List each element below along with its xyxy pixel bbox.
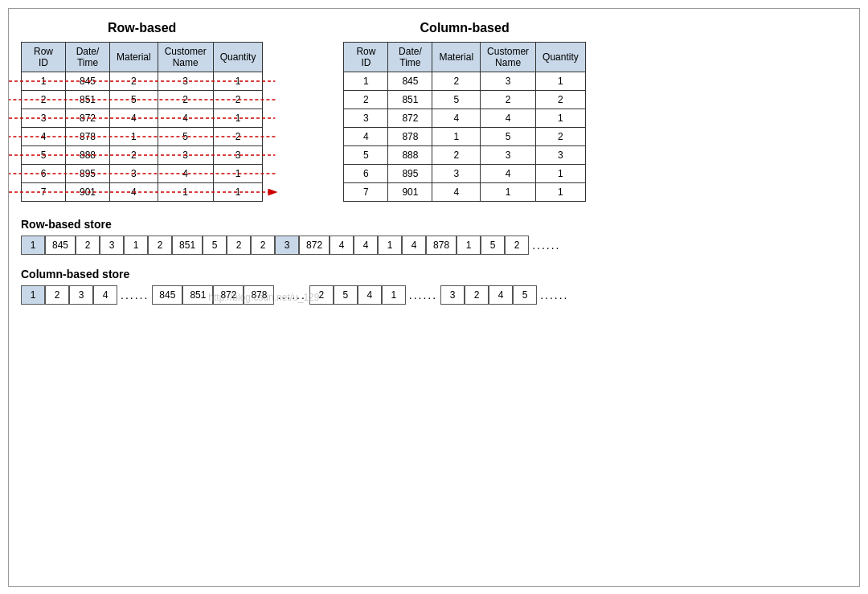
- cb-cell-2-4: 1: [536, 109, 586, 128]
- col-store-cell-3-0: 3: [440, 285, 465, 305]
- rb-cell-1-4: 2: [213, 91, 263, 109]
- rb-cell-0-3: 3: [158, 72, 213, 91]
- cb-cell-3-2: 1: [432, 128, 481, 146]
- rb-header-0: RowID: [22, 43, 66, 72]
- rb-header-2: Material: [110, 43, 158, 72]
- rb-header-1: Date/Time: [66, 43, 110, 72]
- cb-cell-2-3: 4: [481, 109, 536, 128]
- col-store-cell-1-1: 851: [182, 285, 213, 305]
- rb-cell-5-3: 4: [158, 165, 213, 183]
- rb-cell-6-3: 1: [158, 183, 213, 202]
- rb-cell-5-2: 3: [110, 165, 158, 183]
- row-store-cell-16: 878: [426, 236, 457, 255]
- row-store-section: Row-based store 184523128515223872441487…: [21, 218, 847, 255]
- col-based-table: RowID Date/Time Material CustomerName Qu…: [343, 42, 585, 202]
- rb-cell-1-0: 2: [22, 91, 66, 109]
- col-based-table-wrapper: RowID Date/Time Material CustomerName Qu…: [343, 42, 585, 202]
- rb-cell-5-0: 6: [22, 165, 66, 183]
- rb-cell-0-2: 2: [110, 72, 158, 91]
- rb-cell-6-0: 7: [22, 183, 66, 202]
- col-store-cell-2-1: 5: [334, 285, 358, 305]
- rb-cell-2-3: 4: [158, 109, 213, 128]
- top-section: Row-based RowID Date/Time Material Custo…: [21, 21, 847, 202]
- col-store-cell-0-3: 4: [93, 285, 117, 305]
- rb-cell-2-1: 872: [66, 109, 110, 128]
- cb-cell-6-3: 1: [481, 183, 536, 202]
- col-store-cell-3-2: 4: [489, 285, 513, 305]
- cb-cell-6-0: 7: [344, 183, 388, 202]
- cb-cell-3-3: 5: [481, 128, 536, 146]
- cb-header-1: Date/Time: [388, 43, 432, 72]
- rb-cell-6-1: 901: [66, 183, 110, 202]
- rb-cell-3-1: 878: [66, 128, 110, 146]
- rb-cell-2-0: 3: [22, 109, 66, 128]
- cb-cell-3-0: 4: [344, 128, 388, 146]
- col-based-title: Column-based: [343, 21, 585, 35]
- col-store-dots-0: ......: [117, 289, 152, 301]
- rb-cell-4-1: 888: [66, 146, 110, 165]
- cb-cell-2-0: 3: [344, 109, 388, 128]
- row-based-table: RowID Date/Time Material CustomerName Qu…: [21, 42, 263, 202]
- row-based-title: Row-based: [21, 21, 263, 35]
- cb-cell-6-1: 901: [388, 183, 432, 202]
- cb-cell-2-1: 872: [388, 109, 432, 128]
- col-store-row: 1234......845851872878......2541......32…: [21, 285, 847, 305]
- row-based-section: Row-based RowID Date/Time Material Custo…: [21, 21, 263, 202]
- row-store-cell-5: 2: [148, 236, 172, 255]
- row-store-cell-11: 872: [299, 236, 330, 255]
- cb-cell-3-4: 2: [536, 128, 586, 146]
- row-store-dots: ......: [529, 239, 563, 252]
- rb-cell-2-4: 1: [213, 109, 263, 128]
- rb-cell-1-2: 5: [110, 91, 158, 109]
- rb-cell-6-4: 1: [213, 183, 263, 202]
- cb-header-4: Quantity: [536, 43, 586, 72]
- cb-header-3: CustomerName: [481, 43, 536, 72]
- col-store-cell-1-0: 845: [152, 285, 182, 305]
- col-store-cell-0-2: 3: [69, 285, 93, 305]
- rb-cell-3-0: 4: [22, 128, 66, 146]
- col-store-cell-3-3: 5: [513, 285, 537, 305]
- cb-cell-0-3: 3: [481, 72, 536, 91]
- cb-cell-5-0: 6: [344, 165, 388, 183]
- col-store-cell-0-1: 2: [45, 285, 69, 305]
- rb-cell-3-4: 2: [213, 128, 263, 146]
- cb-cell-1-2: 5: [432, 91, 481, 109]
- cb-cell-4-2: 2: [432, 146, 481, 165]
- col-store-cell-2-2: 4: [358, 285, 382, 305]
- cb-cell-5-4: 1: [536, 165, 586, 183]
- row-store-cell-13: 4: [354, 236, 378, 255]
- row-store-cell-14: 1: [378, 236, 402, 255]
- row-store-cell-19: 2: [505, 236, 529, 255]
- col-store-cell-2-3: 1: [382, 285, 406, 305]
- col-store-cell-1-3: 878: [244, 285, 274, 305]
- row-store-title: Row-based store: [21, 218, 847, 231]
- rb-cell-4-2: 2: [110, 146, 158, 165]
- row-store-cell-9: 2: [251, 236, 275, 255]
- outer-container: Row-based RowID Date/Time Material Custo…: [8, 8, 860, 587]
- row-based-table-wrapper: RowID Date/Time Material CustomerName Qu…: [21, 42, 263, 202]
- col-store-dots-end: ......: [537, 289, 571, 301]
- row-store-cell-6: 851: [172, 236, 203, 255]
- cb-cell-0-0: 1: [344, 72, 388, 91]
- row-store-cell-10: 3: [275, 236, 299, 255]
- col-store-cell-2-0: 2: [309, 285, 334, 305]
- cb-cell-5-3: 4: [481, 165, 536, 183]
- col-store-cell-0-0: 1: [21, 285, 45, 305]
- col-store-dots-2: ......: [406, 289, 440, 301]
- cb-cell-1-0: 2: [344, 91, 388, 109]
- col-based-section: Column-based RowID Date/Time Material Cu…: [343, 21, 585, 202]
- rb-cell-1-1: 851: [66, 91, 110, 109]
- rb-cell-5-1: 895: [66, 165, 110, 183]
- cb-header-0: RowID: [344, 43, 388, 72]
- col-store-section: Column-based store 1234......84585187287…: [21, 268, 847, 305]
- row-store-row: 1845231285152238724414878152......: [21, 236, 847, 255]
- cb-cell-4-4: 3: [536, 146, 586, 165]
- row-store-cell-15: 4: [402, 236, 426, 255]
- rb-header-3: CustomerName: [158, 43, 213, 72]
- cb-cell-0-2: 2: [432, 72, 481, 91]
- cb-cell-0-1: 845: [388, 72, 432, 91]
- row-store-cell-12: 4: [330, 236, 354, 255]
- row-store-cell-1: 845: [45, 236, 76, 255]
- cb-cell-5-1: 895: [388, 165, 432, 183]
- cb-cell-6-2: 4: [432, 183, 481, 202]
